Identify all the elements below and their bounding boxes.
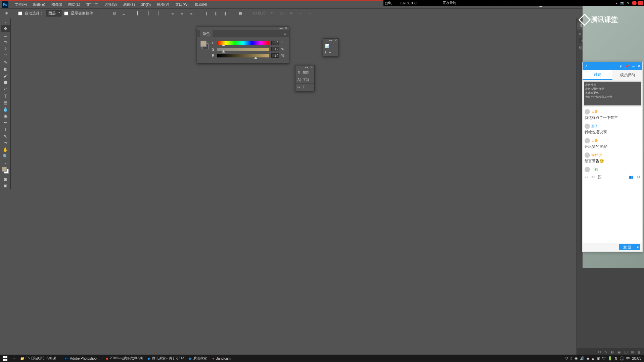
gear-icon[interactable]: ⚙ [637,175,640,179]
align-hcenter-icon[interactable]: ┃ [145,10,151,17]
path-selection-tool[interactable]: ↖ [1,133,10,139]
menu-file[interactable]: 文件(F) [12,2,30,7]
menu-layer[interactable]: 图层(L) [65,2,83,7]
hand-tool[interactable]: ✋ [1,146,10,153]
chat-messages[interactable]: 大饼就这样点了一下禁言影子我啥也没说啊大饼开玩笑的 哈哈赤村·龙二禁言警告😏小福… [583,107,642,173]
screen-mode-tool[interactable]: ▣ [1,182,10,189]
tray-shield-icon[interactable]: 🛡 [564,356,568,360]
tray-clock[interactable]: 20:03 [632,356,641,360]
show-transform-checkbox[interactable] [64,11,68,15]
chat-username[interactable]: 赤村·龙二 [591,153,606,157]
tray-app3-icon[interactable]: ▣ [597,356,600,361]
eraser-tool[interactable]: ◫ [1,92,10,99]
record-icon[interactable] [632,1,637,5]
camera-icon[interactable]: 📷 [620,1,625,5]
lasso-tool[interactable]: ⊃ [1,39,10,45]
auto-align-icon[interactable]: ▦ [237,10,244,17]
hue-slider[interactable] [217,41,269,45]
users-icon[interactable]: 👥 [629,175,634,179]
rectangle-tool[interactable]: ▱ [1,139,10,146]
color-swatches[interactable] [1,166,10,176]
3d-pan-icon[interactable]: ✥ [288,10,294,17]
tray-steam-icon[interactable]: ◉ [574,356,578,361]
send-button[interactable]: 发 送 [619,244,636,250]
move-tool[interactable]: ✥ [1,25,10,32]
tray-network-icon[interactable]: ⇅ [614,356,617,361]
move-tool-icon[interactable]: ✥ [3,10,10,17]
tab-discuss[interactable]: 讨论 [583,70,612,80]
blur-tool[interactable]: 💧 [1,106,10,112]
info-icon-row[interactable]: ℹ-- [325,50,336,54]
character-row[interactable]: A|字符 [295,76,314,84]
menu-3d[interactable]: 3D(D) [138,3,154,7]
monitor-icon[interactable]: ▢ [385,1,388,5]
histogram-icon-row[interactable]: 📊-- [325,44,336,48]
quick-mask-tool[interactable]: ◙ [1,176,10,182]
tray-security-icon[interactable]: 🛡 [602,356,606,360]
align-right-icon[interactable]: ▕ [154,10,161,17]
close-icon[interactable]: ✕ [334,39,337,42]
distribute-vcenter-icon[interactable]: ≡ [179,10,185,17]
fx-icon[interactable]: fx [604,350,607,354]
scissors-icon[interactable]: ✂ [592,175,595,179]
3d-zoom-icon[interactable]: ▪ [307,10,313,17]
properties-row[interactable]: ⚙属性 [295,69,314,76]
distribute-left-icon[interactable]: ‖ [203,10,210,17]
emoji-icon[interactable]: ☺ [585,175,588,179]
panel-menu-icon[interactable]: ≡ [284,32,286,36]
minimize-icon[interactable]: ─ [632,64,635,68]
adjustment-icon[interactable]: ◉ [617,350,621,354]
distribute-bottom-icon[interactable]: ≡ [188,10,195,17]
share-icon[interactable]: ↗ [585,64,588,69]
auto-select-checkbox[interactable] [18,11,22,15]
3d-roll-icon[interactable]: ◎ [278,10,285,17]
chat-username[interactable]: 大饼 [591,138,598,143]
color-tab[interactable]: 颜色 [200,30,213,37]
sat-slider[interactable] [217,48,269,51]
align-bottom-icon[interactable]: ⎽ [120,10,127,17]
pencil-icon[interactable]: ✎ [626,1,631,5]
tray-headphone-icon[interactable]: 🎧 [619,356,624,361]
start-button[interactable] [0,355,10,362]
auto-select-dropdown[interactable]: 图层 [46,10,61,16]
type-tool[interactable]: T [1,126,10,133]
tray-app2-icon[interactable]: ▲ [591,356,595,360]
align-left-icon[interactable]: ▏ [135,10,142,17]
tray-bluetooth-icon[interactable]: ᛒ [570,356,572,360]
foreground-swatch[interactable] [2,167,7,172]
chevron-down-icon[interactable]: ▾ [620,64,622,69]
chat-username[interactable]: 小福 [591,167,598,172]
bri-value[interactable]: 74 [271,53,279,58]
tray-ime[interactable]: 中 [626,356,630,361]
distribute-right-icon[interactable]: ‖ [222,10,229,17]
mask-icon[interactable]: ◐ [611,350,614,354]
tray-volume-icon[interactable]: 🔊 [580,356,585,361]
menu-edit[interactable]: 编辑(E) [30,2,48,7]
taskbar-item-photoshop[interactable]: PsAdobe Photoshop ... [61,355,103,362]
magic-wand-tool[interactable]: ✧ [1,45,10,52]
taskbar-item-ketang2[interactable]: ▶腾讯课堂 [187,355,210,362]
tools-row[interactable]: ✂工... [295,84,314,91]
menu-help[interactable]: 帮助(H) [192,2,210,7]
cortana-button[interactable]: ○ [10,355,17,362]
link-icon[interactable]: ⚯ [598,350,601,354]
sat-value[interactable]: 12 [271,47,279,51]
crop-tool[interactable]: ⌗ [1,52,10,59]
close-icon[interactable]: ✕ [310,65,313,69]
canvas-area[interactable] [11,18,576,356]
handle-icon[interactable]: ⋯ [1,18,10,25]
close-icon[interactable]: ✕ [285,27,287,30]
collapse-icon[interactable]: ◂◂ [305,65,308,69]
close-icon[interactable]: ✕ [637,64,640,69]
pen-tool[interactable]: ✒ [1,119,10,126]
tray-app1-icon[interactable]: ◆ [587,356,589,361]
collapse-icon[interactable]: ◂◂ [279,27,283,30]
delete-icon[interactable]: 🗑 [637,350,641,354]
chat-input[interactable] [583,181,642,243]
menu-image[interactable]: 图像(I) [48,2,65,7]
menu-window[interactable]: 窗口(W) [172,2,192,7]
pin-icon[interactable]: 📌 [625,64,629,69]
tray-battery-icon[interactable]: 🔋 [608,356,612,361]
healing-brush-tool[interactable]: ◐ [1,65,10,72]
search-icon[interactable]: 🔍 [388,1,392,5]
